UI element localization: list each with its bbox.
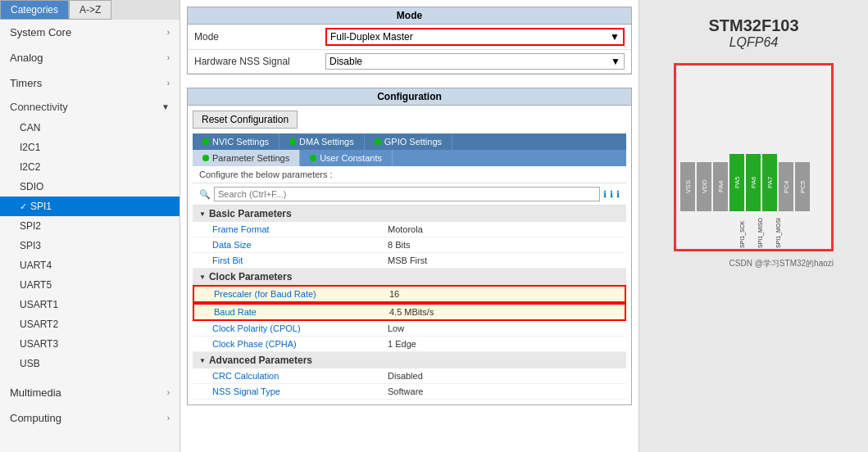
connectivity-submenu: CAN I2C1 I2C2 SDIO ✓ SPI1 SPI2 SPI3 UART…: [0, 118, 180, 373]
main-content: Mode Mode Full-Duplex Master ▼ Hardware …: [180, 0, 639, 452]
spi-mosi-label: SPI1_MOSI: [775, 218, 792, 248]
param-value: Disabled: [381, 368, 626, 383]
pin-label-vdd: VDD: [697, 162, 711, 211]
pin-label-pa5: PA5: [729, 154, 744, 211]
group-label: Clock Parameters: [209, 271, 292, 282]
tab-nvic-settings[interactable]: NVIC Settings: [193, 133, 279, 150]
sidebar-item-connectivity[interactable]: Connectivity ▼: [0, 96, 180, 118]
configuration-section: Configuration Reset Configuration NVIC S…: [187, 88, 632, 405]
tab-label: DMA Settings: [299, 137, 354, 147]
config-header: Configuration: [188, 88, 631, 106]
pin-label-pa6: PA6: [746, 154, 761, 211]
group-label: Advanced Parameters: [209, 355, 312, 366]
param-name: Baud Rate: [194, 305, 383, 319]
param-name: NSS Signal Type: [193, 384, 381, 399]
sidebar-sub-spi1[interactable]: ✓ SPI1: [0, 197, 180, 216]
sidebar-item-label: Computing: [10, 412, 61, 424]
dot-icon: [310, 155, 316, 161]
param-row-baud-rate: Baud Rate 4.5 MBits/s: [193, 303, 626, 321]
pin-label-vss: VSS: [680, 162, 695, 211]
mode-row: Mode Full-Duplex Master ▼: [188, 25, 631, 50]
sidebar-item-label: Timers: [10, 77, 42, 89]
sidebar-sub-i2c2[interactable]: I2C2: [0, 157, 180, 177]
chevron-right-icon: ›: [167, 388, 170, 397]
advanced-params-header[interactable]: ▼ Advanced Parameters: [193, 352, 626, 368]
item-label: UART5: [20, 279, 52, 291]
expand-icon: ▼: [199, 357, 206, 364]
tab-az[interactable]: A->Z: [69, 0, 111, 20]
item-label: USB: [20, 358, 40, 369]
sidebar-sub-can[interactable]: CAN: [0, 118, 180, 138]
sidebar-item-label: Connectivity: [10, 101, 68, 113]
mode-label: Mode: [194, 31, 325, 43]
tab-user-constants[interactable]: User Constants: [300, 150, 393, 166]
spi-labels: SPI1_SCK SPI1_MISO SPI1_MOSI: [676, 217, 831, 249]
sidebar-sub-i2c1[interactable]: I2C1: [0, 138, 180, 157]
sidebar-item-label: System Core: [10, 26, 71, 38]
mode-select[interactable]: Full-Duplex Master ▼: [325, 28, 625, 46]
sidebar-item-multimedia[interactable]: Multimedia ›: [0, 380, 180, 405]
sidebar-item-analog[interactable]: Analog ›: [0, 45, 180, 70]
pin-pa4: PA4: [713, 162, 728, 211]
item-label: UART4: [20, 260, 52, 271]
tab-label: NVIC Settings: [212, 137, 269, 147]
sidebar-item-computing[interactable]: Computing ›: [0, 405, 180, 431]
pin-label-pa4: PA4: [713, 162, 728, 211]
help-icon[interactable]: ℹ: [610, 189, 613, 200]
param-value: 16: [383, 287, 625, 301]
spi-miso-label: SPI1_MISO: [757, 218, 774, 248]
nss-select[interactable]: Disable ▼: [325, 53, 625, 70]
tab-gpio-settings[interactable]: GPIO Settings: [365, 133, 452, 150]
clock-params-header[interactable]: ▼ Clock Parameters: [193, 269, 626, 285]
sidebar-sub-usart1[interactable]: USART1: [0, 295, 180, 314]
param-row-first-bit: First Bit MSB First: [193, 253, 626, 269]
sidebar-sub-spi2[interactable]: SPI2: [0, 216, 180, 236]
param-name: Data Size: [193, 237, 381, 252]
search-bar: 🔍 ℹ ℹ ℹ: [193, 183, 626, 206]
tab-parameter-settings[interactable]: Parameter Settings: [193, 150, 300, 166]
param-name: First Bit: [193, 253, 381, 268]
tab-label: Parameter Settings: [212, 153, 289, 163]
group-label: Basic Parameters: [209, 208, 292, 219]
sidebar-item-label: Analog: [10, 52, 43, 64]
sidebar-sub-uart5[interactable]: UART5: [0, 275, 180, 295]
item-label: SPI3: [20, 240, 41, 251]
param-value: 1 Edge: [381, 337, 626, 351]
dot-icon: [289, 138, 296, 145]
pin-row: VSS VDD PA4 PA5 PA6 PA7 PC: [676, 76, 831, 215]
dropdown-arrow-icon: ▼: [611, 56, 620, 67]
pin-label-pc5: PC5: [795, 162, 810, 211]
sidebar-sub-sdio[interactable]: SDIO: [0, 177, 180, 197]
item-label: SDIO: [20, 181, 43, 192]
pin-vss: VSS: [680, 162, 695, 211]
pin-pa6: PA6: [746, 154, 761, 211]
param-value: MSB First: [381, 253, 626, 268]
sidebar-item-timers[interactable]: Timers ›: [0, 70, 180, 96]
chevron-right-icon: ›: [167, 414, 170, 423]
sidebar-sub-spi3[interactable]: SPI3: [0, 236, 180, 255]
info-icon[interactable]: ℹ: [603, 189, 607, 200]
sidebar-sub-usb[interactable]: USB: [0, 354, 180, 373]
tab-dma-settings[interactable]: DMA Settings: [279, 133, 365, 150]
spi-sck-label: SPI1_SCK: [739, 218, 756, 248]
search-input[interactable]: [214, 187, 600, 201]
sidebar-sub-usart3[interactable]: USART3: [0, 334, 180, 354]
mode-section: Mode Mode Full-Duplex Master ▼ Hardware …: [187, 7, 632, 75]
tab-categories[interactable]: Categories: [0, 0, 69, 20]
info2-icon[interactable]: ℹ: [616, 189, 620, 200]
param-name: Clock Phase (CPHA): [193, 337, 381, 351]
check-icon: ✓: [20, 201, 27, 212]
csdn-label: CSDN @学习STM32的haozi: [674, 258, 834, 269]
reset-configuration-button[interactable]: Reset Configuration: [193, 111, 298, 129]
basic-params-header[interactable]: ▼ Basic Parameters: [193, 206, 626, 222]
sidebar-sub-uart4[interactable]: UART4: [0, 255, 180, 275]
sidebar-item-system-core[interactable]: System Core ›: [0, 20, 180, 45]
sidebar-sub-usart2[interactable]: USART2: [0, 314, 180, 334]
tab-label: User Constants: [320, 153, 382, 163]
param-row-frame-format: Frame Format Motorola: [193, 222, 626, 237]
item-label: USART3: [20, 338, 58, 350]
param-value: Motorola: [381, 222, 626, 237]
dot-icon: [375, 138, 381, 145]
param-value: 8 Bits: [381, 237, 626, 252]
chip-title: STM32F103: [708, 16, 798, 35]
